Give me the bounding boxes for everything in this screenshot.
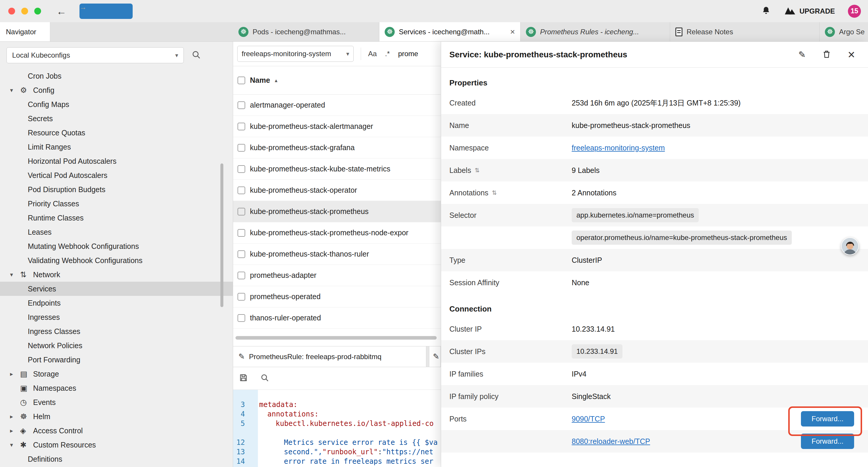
sidebar-item-ingresses[interactable]: Ingresses — [0, 310, 233, 324]
sidebar-item-events[interactable]: ◷Events — [0, 395, 233, 409]
notifications-bell-icon[interactable] — [761, 6, 771, 17]
close-tab-icon[interactable]: × — [510, 27, 515, 37]
dock-tab-prometheusrule[interactable]: ✎ PrometheusRule: freeleaps-prod-rabbitm… — [233, 346, 426, 367]
table-row-kube-prometheus-stack-prometheus-node-expor[interactable]: kube-prometheus-stack-prometheus-node-ex… — [233, 222, 441, 243]
namespace-link[interactable]: freeleaps-monitoring-system — [572, 144, 665, 152]
port-link[interactable]: 9090/TCP — [572, 415, 605, 423]
table-row-alertmanager-operated[interactable]: alertmanager-operated — [233, 95, 441, 116]
select-all-checkbox[interactable] — [238, 77, 245, 84]
sidebar-item-storage[interactable]: ▸▤Storage — [0, 367, 233, 381]
save-icon[interactable] — [239, 373, 248, 383]
table-row-thanos-ruler-operated[interactable]: thanos-ruler-operated — [233, 308, 441, 329]
workspace-tab-services-icecheng-math[interactable]: ☸Services - icecheng@math...× — [379, 22, 521, 41]
workspace-tab-prometheus-rules-icecheng[interactable]: ☸Prometheus Rules - icecheng... — [521, 22, 670, 41]
search-query-input[interactable]: prome — [398, 50, 418, 58]
sidebar-item-cron-jobs[interactable]: Cron Jobs — [0, 69, 233, 83]
sidebar-item-config[interactable]: ▾⚙Config — [0, 83, 233, 97]
row-checkbox[interactable] — [238, 208, 245, 215]
forward-button[interactable]: → — [80, 4, 133, 19]
chevron-down-icon[interactable]: ▾ — [10, 87, 20, 94]
edit-icon[interactable]: ✎ — [798, 49, 806, 60]
expand-toggle-icon[interactable]: ⇅ — [492, 189, 497, 196]
close-icon[interactable]: × — [848, 49, 855, 61]
row-checkbox[interactable] — [238, 314, 245, 322]
sidebar-item-mutating-webhook-configurations[interactable]: Mutating Webhook Configurations — [0, 239, 233, 253]
sidebar-item-namespaces[interactable]: ▣Namespaces — [0, 381, 233, 395]
forward-button[interactable]: Forward... — [801, 434, 854, 449]
namespace-filter-select[interactable]: freeleaps-monitoring-system ▾ — [237, 46, 354, 62]
detail-row-labels: Labels⇅9 Labels — [441, 159, 868, 181]
name-column-header[interactable]: Name — [250, 76, 270, 85]
table-row-prometheus-operated[interactable]: prometheus-operated — [233, 286, 441, 308]
row-checkbox[interactable] — [238, 186, 245, 194]
row-checkbox[interactable] — [238, 123, 245, 130]
sidebar-item-limit-ranges[interactable]: Limit Ranges — [0, 140, 233, 154]
workspace-tab-pods-icecheng-mathmas[interactable]: ☸Pods - icecheng@mathmas... — [233, 22, 379, 41]
table-row-prometheus-adapter[interactable]: prometheus-adapter — [233, 265, 441, 286]
sidebar-item-endpoints[interactable]: Endpoints — [0, 296, 233, 310]
sidebar-item-services[interactable]: Services — [0, 282, 233, 296]
chevron-right-icon[interactable]: ▸ — [10, 413, 20, 420]
table-row-kube-prometheus-stack-operator[interactable]: kube-prometheus-stack-operator — [233, 180, 441, 201]
sidebar-item-custom-resources[interactable]: ▾✱Custom Resources — [0, 438, 233, 452]
sidebar-item-leases[interactable]: Leases — [0, 225, 233, 239]
delete-icon[interactable] — [822, 49, 831, 60]
floating-avatar[interactable] — [841, 237, 859, 255]
sidebar-item-horizontal-pod-autoscalers[interactable]: Horizontal Pod Autoscalers — [0, 154, 233, 168]
row-checkbox[interactable] — [238, 250, 245, 258]
port-link[interactable]: 8080:reloader-web/TCP — [572, 437, 650, 446]
tab-label: Release Notes — [687, 28, 733, 36]
close-window-button[interactable] — [8, 8, 15, 14]
chevron-down-icon[interactable]: ▾ — [10, 441, 20, 448]
sidebar-item-config-maps[interactable]: Config Maps — [0, 97, 233, 111]
table-row-kube-prometheus-stack-kube-state-metrics[interactable]: kube-prometheus-stack-kube-state-metrics — [233, 158, 441, 180]
dock-tab-partial[interactable]: ✎ — [429, 346, 441, 367]
kubeconfig-selector[interactable]: Local Kubeconfigs ▾ — [6, 47, 184, 63]
row-checkbox[interactable] — [238, 293, 245, 300]
regex-toggle[interactable]: .* — [385, 50, 390, 58]
table-row-kube-prometheus-stack-alertmanager[interactable]: kube-prometheus-stack-alertmanager — [233, 116, 441, 137]
sidebar-item-validating-webhook-configurations[interactable]: Validating Webhook Configurations — [0, 253, 233, 267]
sidebar-item-network-policies[interactable]: Network Policies — [0, 339, 233, 353]
workspace-tab-release-notes[interactable]: Release Notes — [670, 22, 819, 41]
detail-label: IP family policy — [450, 392, 572, 401]
yaml-editor[interactable]: 3metadata:4annotations:5kubectl.kubernet… — [233, 390, 441, 467]
sidebar-scrollbar[interactable] — [220, 164, 223, 307]
sidebar-item-access-control[interactable]: ▸◈Access Control — [0, 424, 233, 438]
table-row-kube-prometheus-stack-thanos-ruler[interactable]: kube-prometheus-stack-thanos-ruler — [233, 243, 441, 265]
row-checkbox[interactable] — [238, 144, 245, 152]
minimize-window-button[interactable] — [21, 8, 28, 14]
zoom-window-button[interactable] — [34, 8, 41, 14]
search-icon[interactable] — [191, 50, 201, 61]
horizontal-scrollbar[interactable] — [236, 336, 437, 340]
chevron-down-icon[interactable]: ▾ — [10, 271, 20, 278]
forward-button[interactable]: Forward... — [801, 411, 854, 427]
chevron-right-icon[interactable]: ▸ — [10, 427, 20, 434]
row-checkbox[interactable] — [238, 272, 245, 279]
match-case-toggle[interactable]: Aa — [368, 50, 377, 58]
navigator-panel-tab[interactable]: Navigator — [0, 22, 50, 41]
row-checkbox[interactable] — [238, 101, 245, 109]
sidebar-item-port-forwarding[interactable]: Port Forwarding — [0, 353, 233, 367]
sidebar-item-pod-disruption-budgets[interactable]: Pod Disruption Budgets — [0, 182, 233, 197]
sidebar-item-helm[interactable]: ▸☸Helm — [0, 409, 233, 424]
sidebar-item-network[interactable]: ▾⇅Network — [0, 267, 233, 282]
sidebar-item-secrets[interactable]: Secrets — [0, 111, 233, 126]
sidebar-item-definitions[interactable]: Definitions — [0, 452, 233, 466]
table-row-kube-prometheus-stack-grafana[interactable]: kube-prometheus-stack-grafana — [233, 137, 441, 158]
chevron-right-icon[interactable]: ▸ — [10, 370, 20, 377]
back-button[interactable]: ← — [56, 6, 66, 16]
workspace-tab-argo-se[interactable]: ☸Argo Se — [819, 22, 868, 41]
sidebar-item-runtime-classes[interactable]: Runtime Classes — [0, 211, 233, 225]
table-row-kube-prometheus-stack-prometheus[interactable]: kube-prometheus-stack-prometheus — [233, 201, 441, 222]
sidebar-item-ingress-classes[interactable]: Ingress Classes — [0, 324, 233, 339]
sidebar-item-resource-quotas[interactable]: Resource Quotas — [0, 126, 233, 140]
sidebar-item-priority-classes[interactable]: Priority Classes — [0, 197, 233, 211]
row-checkbox[interactable] — [238, 165, 245, 173]
expand-toggle-icon[interactable]: ⇅ — [475, 167, 480, 174]
upgrade-button[interactable]: UPGRADE — [784, 6, 835, 16]
sidebar-item-vertical-pod-autoscalers[interactable]: Vertical Pod Autoscalers — [0, 168, 233, 182]
editor-search-icon[interactable] — [260, 373, 269, 383]
row-checkbox[interactable] — [238, 229, 245, 237]
notification-count-badge[interactable]: 15 — [848, 5, 861, 18]
